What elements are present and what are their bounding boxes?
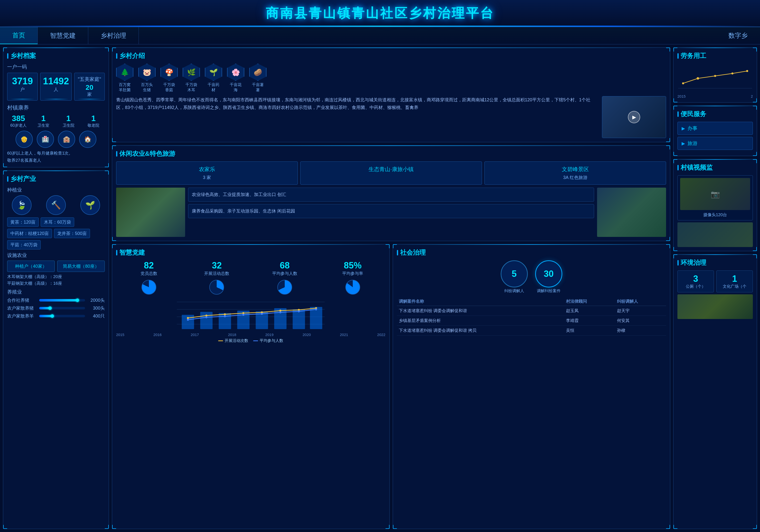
bottom-row: 智慧党建 82 党员总数 32 开展活动总数 68 平均参与人数	[112, 244, 670, 529]
intro-icon-hex-3: 🌿	[183, 64, 200, 81]
intro-icon-label-5: 千亩花海	[230, 82, 242, 93]
livestock-row-1: 农户家散养猪 300头	[7, 305, 105, 311]
social-circle-label-1: 调解纠纷案件	[535, 288, 562, 294]
tourism-card-title-2: 文碧峰景区	[489, 166, 662, 173]
crop-icon-circle-2: 🌱	[80, 195, 100, 215]
health-val-3: 1	[82, 114, 105, 123]
nav-item-party[interactable]: 智慧党建	[38, 27, 88, 44]
livestock-bar-fill-2	[39, 315, 53, 317]
svg-rect-4	[182, 315, 194, 329]
tourism-card-0: 农家乐 3 家	[116, 162, 298, 185]
intro-text: 青山镇因山色苍秀、四季常翠、周年绿色不改而得名，东与南阳市西峡县西坪镇接壤，东南…	[116, 96, 598, 138]
health-circle-3: 🏠	[79, 131, 96, 148]
tourism-cards: 农家乐 3 家 生态青山·康旅小镇 文碧峰景区 3A 红色旅游	[116, 162, 666, 185]
legend-label-1: 平均参与人数	[260, 338, 283, 343]
tourism-card-2: 文碧峰景区 3A 红色旅游	[484, 162, 666, 185]
x-label-2: 2017	[191, 333, 199, 337]
party-circle-0	[141, 280, 156, 295]
intro-icon-label-3: 千万袋木耳	[185, 82, 197, 93]
labor-timeline: 2015 2	[678, 94, 753, 98]
tourism-desc: 农业绿色高效、工业提质加速、加工业出口 创汇 康养食品采购园、亲子互动游乐园、生…	[188, 188, 594, 237]
facility-btn-1[interactable]: 简易大棚（80座）	[57, 261, 105, 272]
labor-title: 劳务用工	[678, 52, 753, 60]
social-td-22: 孙棣	[615, 326, 666, 335]
planting-title: 种植业	[7, 187, 105, 193]
health-note-1: 敬养27名孤寡老人	[7, 158, 41, 163]
header: 商南县青山镇青山社区乡村治理平台	[0, 0, 760, 27]
social-circle-val-1: 30	[544, 269, 554, 279]
social-td-10: 乡镇基层矛盾案例分析	[397, 316, 564, 326]
party-stat-val-1: 32	[184, 260, 250, 271]
health-title: 村镇康养	[7, 104, 105, 112]
svg-point-22	[224, 315, 226, 317]
health-circle-0: 👴	[16, 131, 33, 148]
archive-subtitle: 一户一码	[7, 64, 105, 70]
livestock-val-2: 400只	[87, 313, 105, 319]
archive-stat-label-0: 户	[10, 86, 35, 92]
village-industry-panel: 乡村产业 种植业 🍃 🔨 🌱 黄茶：120亩 木耳：60万袋 中药材：桔梗120…	[3, 170, 109, 529]
social-circle-val-0: 5	[512, 269, 517, 279]
svg-point-26	[298, 311, 300, 312]
health-note-0: 60岁以上老人，每月健康检查1次。	[7, 150, 73, 156]
party-stat-2: 68 平均参与人数	[252, 260, 317, 276]
labor-year-1: 2	[751, 94, 753, 98]
health-val-0: 385	[7, 114, 30, 123]
facility-btn-0[interactable]: 种植户（40家）	[7, 261, 55, 272]
livestock-val-0: 2000头	[87, 297, 105, 303]
party-chart-svg	[116, 297, 386, 332]
livestock-label-2: 农户家散养羊	[7, 313, 37, 319]
social-governance-panel: 社会治理 5 纠纷调解人 30 调解纠纷案件	[393, 244, 671, 529]
env-stat-label-1: 文化广场（个	[720, 284, 750, 289]
social-td-21: 吴恒	[564, 326, 615, 335]
archive-stat-1: 11492 人	[40, 73, 72, 101]
env-title: 环境治理	[678, 258, 753, 267]
nav-item-governance[interactable]: 乡村治理	[88, 27, 139, 44]
health-circle-1: 🏥	[37, 131, 54, 148]
nav-item-digital[interactable]: 数字乡	[716, 29, 760, 42]
labor-year-0: 2015	[678, 94, 686, 98]
chart-legend: 开展活动次数 平均参与人数	[116, 338, 386, 343]
social-circles-row: 5 纠纷调解人 30 调解纠纷案件	[397, 260, 666, 294]
intro-video-thumb[interactable]: ▶	[602, 96, 666, 138]
video-monitor-area: 📷 摄像头120台	[678, 175, 753, 220]
health-notes: 60岁以上老人，每月健康检查1次。	[7, 150, 105, 156]
tourism-card-title-1: 生态青山·康旅小镇	[305, 166, 478, 173]
service-btn-0[interactable]: ▶ 办事	[678, 122, 753, 135]
table-row: 下水道堵塞惹纠纷 调委会调解促和谐 赵玉凤 赵天宇	[397, 306, 666, 316]
intro-icon-label-2: 千万袋香菇	[163, 82, 175, 93]
service-btn-arrow-0: ▶	[682, 126, 685, 131]
intro-content-row: 青山镇因山色苍秀、四季常翠、周年绿色不改而得名，东与南阳市西峡县西坪镇接壤，东南…	[116, 96, 666, 138]
party-circle-1	[209, 280, 224, 295]
livestock-row-0: 合作社养猪 2000头	[7, 297, 105, 303]
service-btn-1[interactable]: ▶ 旅游	[678, 137, 753, 150]
play-button[interactable]: ▶	[628, 111, 640, 123]
nav-item-home[interactable]: 首页	[0, 27, 38, 44]
livestock-bar-bg-2	[39, 315, 85, 317]
archive-stat-0: 3719 户	[7, 73, 38, 101]
crop-icon-circle-0: 🍃	[12, 195, 31, 215]
tourism-card-1: 生态青山·康旅小镇	[300, 162, 482, 185]
svg-point-14	[224, 313, 226, 315]
crop-tag-1: 木耳：60万袋	[41, 218, 74, 227]
livestock-bar-bg-0	[39, 299, 85, 302]
nav-bar: 首页 智慧党建 乡村治理 数字乡	[0, 27, 760, 44]
livestock-title: 养殖业	[7, 289, 105, 295]
tourism-photo-2	[597, 188, 666, 237]
party-circle-3	[345, 280, 360, 295]
party-stat-val-3: 85%	[320, 260, 386, 271]
legend-dot-blue	[253, 340, 258, 341]
livestock-bar-bg-1	[39, 307, 85, 310]
archive-stat-value-2: 20	[77, 83, 102, 91]
service-btn-arrow-1: ▶	[682, 141, 685, 146]
left-column: 乡村档案 一户一码 3719 户 11492 人 "五美家庭" 20 家	[3, 47, 109, 529]
labor-chart-svg	[678, 64, 753, 93]
party-stats-row: 82 党员总数 32 开展活动总数 68 平均参与人数 85% 平均参与率	[116, 260, 386, 276]
social-td-20: 下水道堵塞惹纠纷 调委会调解促和谐 拷贝	[397, 326, 564, 335]
party-chart	[116, 297, 386, 332]
intro-video-img: ▶	[602, 96, 666, 138]
svg-point-15	[242, 312, 244, 314]
intro-icon-1: 🐷 百万头生猪	[138, 64, 156, 93]
health-label-3: 敬老院	[82, 123, 105, 128]
tourism-photo	[116, 188, 185, 237]
svg-point-13	[205, 314, 207, 316]
